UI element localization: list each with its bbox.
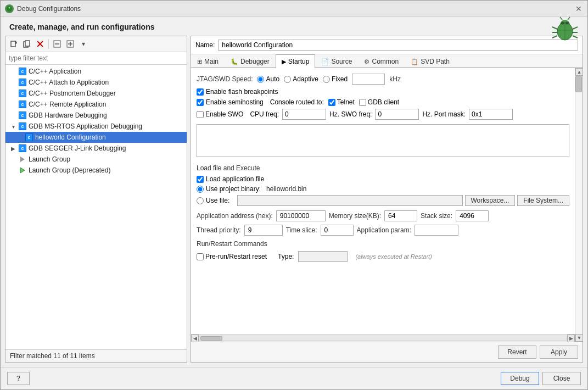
filesystem-button[interactable]: File System... <box>517 195 569 206</box>
config-name-input[interactable] <box>218 40 578 51</box>
fixed-radio[interactable] <box>323 76 330 83</box>
fixed-radio-label[interactable]: Fixed <box>323 75 348 83</box>
help-button[interactable]: ? <box>7 372 30 385</box>
adaptive-radio-label[interactable]: Adaptive <box>284 75 318 83</box>
expand-icon <box>10 90 16 97</box>
use-project-binary-label[interactable]: Use project binary: <box>197 185 261 193</box>
window-title: Debug Configurations <box>17 5 81 13</box>
scroll-left-button[interactable]: ◀ <box>191 335 199 342</box>
new-config-button[interactable] <box>8 38 20 50</box>
telnet-label[interactable]: Telnet <box>328 98 355 106</box>
tab-common[interactable]: ⚙ Common <box>358 54 405 68</box>
tree-item-gdb-ms-rtos[interactable]: ▾ c GDB MS-RTOS Application Debugging <box>5 121 187 132</box>
workspace-button[interactable]: Workspace... <box>465 195 516 206</box>
use-file-text: Use file: <box>206 197 229 204</box>
cpu-freq-input[interactable] <box>282 109 326 120</box>
app-addr-input[interactable] <box>276 210 326 221</box>
tree-item-cpp-remote[interactable]: c C/C++ Remote Application <box>5 99 187 110</box>
tree-item-cpp-postmortem[interactable]: c C/C++ Postmortem Debugger <box>5 88 187 99</box>
khz-input[interactable] <box>352 74 385 85</box>
scrollbar-track[interactable] <box>199 336 567 341</box>
swo-freq-input[interactable] <box>375 109 419 120</box>
telnet-checkbox[interactable] <box>328 99 335 106</box>
svg-marker-32 <box>20 168 25 173</box>
use-file-label[interactable]: Use file: <box>197 197 235 204</box>
tree-item-label: GDB MS-RTOS Application Debugging <box>29 122 142 130</box>
close-button[interactable]: ✕ <box>574 4 583 13</box>
filter-input[interactable] <box>5 52 187 65</box>
load-app-file-checkbox[interactable] <box>197 176 204 183</box>
app-param-input[interactable] <box>415 225 458 236</box>
swo-label[interactable]: Enable SWO <box>197 110 243 118</box>
expand-icon <box>10 79 16 86</box>
tab-main[interactable]: ⊞ Main <box>191 54 225 68</box>
scrollbar-track-vertical[interactable] <box>575 76 583 334</box>
svg-line-12 <box>560 17 562 20</box>
semihosting-label[interactable]: Enable semihosting <box>197 98 264 106</box>
cpu-freq-label: CPU freq: <box>250 110 279 118</box>
swo-checkbox[interactable] <box>197 111 204 118</box>
expand-all-button[interactable] <box>64 38 76 50</box>
startup-commands-textarea[interactable] <box>197 124 569 157</box>
auto-radio-label[interactable]: Auto <box>257 75 279 83</box>
semihosting-checkbox[interactable] <box>197 99 204 106</box>
tab-svd-path[interactable]: 📋 SVD Path <box>405 54 456 68</box>
pre-run-checkbox[interactable] <box>197 253 204 260</box>
semihosting-row: Enable semihosting Console routed to: Te… <box>197 98 569 106</box>
tree-item-launch-group-dep[interactable]: Launch Group (Deprecated) <box>5 165 187 176</box>
duplicate-config-button[interactable] <box>21 38 33 50</box>
mem-size-input[interactable] <box>384 210 417 221</box>
tab-source[interactable]: 📄 Source <box>315 54 358 68</box>
collapse-all-button[interactable] <box>51 38 63 50</box>
right-panel-inner: JTAG/SWD Speed: Auto Adaptive <box>191 68 583 342</box>
flash-breakpoints-label[interactable]: Enable flash breakpoints <box>197 88 278 96</box>
scrollbar-thumb-vertical[interactable] <box>575 76 582 92</box>
c-type-icon: c <box>19 90 26 97</box>
port-mask-input[interactable] <box>469 109 513 120</box>
file-path-input[interactable] <box>237 195 463 206</box>
adaptive-radio[interactable] <box>284 76 291 83</box>
type-input[interactable] <box>298 251 348 262</box>
jtag-label: JTAG/SWD Speed: <box>197 75 253 83</box>
bug-icon <box>551 15 579 42</box>
delete-config-button[interactable] <box>34 38 46 50</box>
close-button[interactable]: Close <box>542 372 581 385</box>
expand-icon <box>10 167 16 174</box>
scroll-right-button[interactable]: ▶ <box>567 335 575 342</box>
scrollbar-thumb[interactable] <box>200 336 222 341</box>
tree-item-gdb-hw[interactable]: c GDB Hardware Debugging <box>5 110 187 121</box>
svd-tab-icon: 📋 <box>411 58 418 65</box>
pre-run-label[interactable]: Pre-run/Restart reset <box>197 253 267 260</box>
stack-size-input[interactable] <box>456 210 489 221</box>
debug-button[interactable]: Debug <box>501 372 539 385</box>
tree-item-launch-group[interactable]: Launch Group <box>5 154 187 165</box>
gdb-client-text: GDB client <box>368 98 399 106</box>
separator-1 <box>48 39 49 49</box>
tab-debugger[interactable]: 🐛 Debugger <box>225 54 276 68</box>
gdb-client-label[interactable]: GDB client <box>359 98 399 106</box>
scroll-up-button[interactable]: ▲ <box>575 68 583 76</box>
use-file-radio[interactable] <box>197 197 204 204</box>
use-project-binary-radio[interactable] <box>197 186 204 193</box>
menu-dropdown-button[interactable]: ▾ <box>77 38 89 50</box>
tab-startup[interactable]: ▶ Startup <box>276 54 316 68</box>
revert-button[interactable]: Revert <box>498 346 536 359</box>
flash-breakpoints-checkbox[interactable] <box>197 88 204 96</box>
expand-icon <box>10 101 16 108</box>
tree-item-gdb-segger[interactable]: ▶ c GDB SEGGER J-Link Debugging <box>5 143 187 154</box>
tree-item-helloworld[interactable]: c helloworld Configuration <box>5 132 187 143</box>
thread-prio-input[interactable] <box>244 225 283 236</box>
tree-item-label: C/C++ Remote Application <box>29 101 106 108</box>
scroll-down-button[interactable]: ▼ <box>575 334 583 342</box>
apply-button[interactable]: Apply <box>540 346 578 359</box>
tree-item-label: Launch Group (Deprecated) <box>29 166 110 174</box>
gdb-client-checkbox[interactable] <box>359 99 366 106</box>
tree-item-cpp-attach[interactable]: c C/C++ Attach to Application <box>5 77 187 88</box>
name-label: Name: <box>195 41 215 49</box>
time-slice-input[interactable] <box>321 225 354 236</box>
tree-item-cpp-app[interactable]: c C/C++ Application <box>5 66 187 77</box>
auto-radio[interactable] <box>257 76 264 83</box>
svg-line-7 <box>573 27 578 29</box>
address-row: Application address (hex): Memory size(K… <box>197 210 569 221</box>
load-app-file-label[interactable]: Load application file <box>197 175 264 183</box>
